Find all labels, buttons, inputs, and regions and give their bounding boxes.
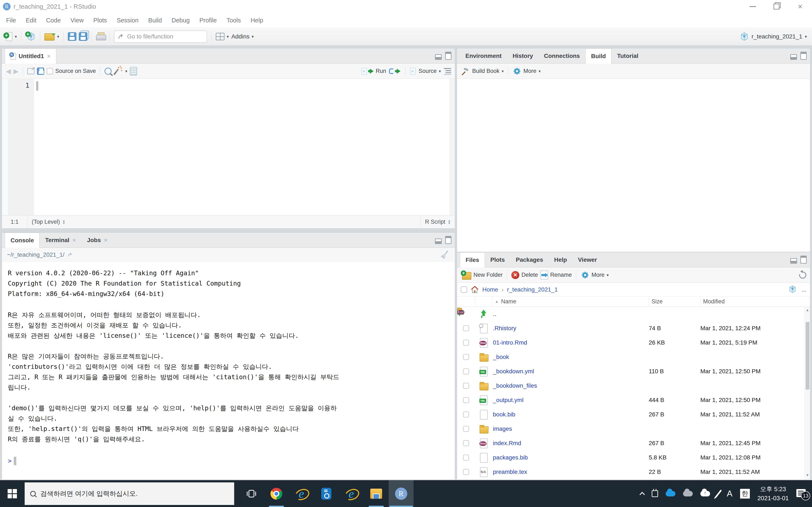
- source-button[interactable]: Source▾: [410, 68, 441, 74]
- file-name-link[interactable]: 01-intro.Rmd: [492, 339, 649, 346]
- build-more-button[interactable]: More ▾: [512, 67, 541, 76]
- compile-report-icon[interactable]: [130, 67, 137, 75]
- file-checkbox[interactable]: [463, 369, 469, 374]
- menu-item[interactable]: Build: [143, 17, 167, 24]
- tab-environment[interactable]: Environment: [460, 48, 507, 63]
- taskbar-internet-explorer-2[interactable]: e: [339, 480, 364, 507]
- file-name-link[interactable]: _bookdown_files: [492, 382, 649, 389]
- file-row[interactable]: preamble.tex 22 B Mar 1, 2021, 11:52 AM: [457, 465, 810, 479]
- tab-files[interactable]: Files: [460, 252, 485, 268]
- file-checkbox[interactable]: [463, 469, 469, 475]
- file-row[interactable]: .Rhistory 74 B Mar 1, 2021, 12:24 PM: [457, 321, 810, 335]
- menu-item[interactable]: Tools: [221, 17, 246, 24]
- menu-item[interactable]: Help: [246, 17, 268, 24]
- maximize-pane-icon[interactable]: [445, 52, 451, 60]
- scroll-down-icon[interactable]: ▼: [806, 472, 809, 479]
- pane-layout-button[interactable]: ▾: [216, 33, 229, 40]
- minimize-pane-icon[interactable]: [435, 238, 442, 244]
- maximize-pane-icon[interactable]: [800, 52, 807, 60]
- files-scrollbar[interactable]: ▲ ▼: [805, 307, 810, 480]
- breadcrumb-project[interactable]: r_teaching_2021_1: [507, 286, 558, 293]
- file-name-link[interactable]: preamble.tex: [492, 468, 649, 475]
- rename-button[interactable]: Rename: [541, 271, 572, 279]
- goto-file-function-input[interactable]: Go to file/function: [114, 31, 207, 43]
- breadcrumb-home[interactable]: Home: [483, 286, 498, 293]
- tab-build[interactable]: Build: [585, 48, 612, 64]
- new-file-button[interactable]: ▾: [3, 32, 17, 41]
- taskbar-file-explorer[interactable]: [364, 480, 389, 507]
- refresh-icon[interactable]: [798, 270, 808, 280]
- taskbar-internet-explorer[interactable]: e: [289, 480, 314, 507]
- ime-latin-indicator[interactable]: A: [727, 489, 732, 498]
- power-plug-icon[interactable]: [652, 490, 658, 497]
- tab-plots[interactable]: Plots: [485, 252, 510, 267]
- working-directory[interactable]: ~/r_teaching_2021_1/: [7, 251, 64, 258]
- scope-selector[interactable]: (Top Level)▲▼: [28, 219, 420, 225]
- hidden-icons-chevron[interactable]: [640, 492, 645, 497]
- menu-item[interactable]: File: [1, 17, 21, 24]
- file-name-link[interactable]: .Rhistory: [492, 325, 649, 332]
- menu-item[interactable]: Profile: [195, 17, 221, 24]
- tab-terminal[interactable]: Terminal×: [40, 233, 82, 247]
- document-outline-icon[interactable]: [444, 68, 451, 75]
- minimize-button[interactable]: [741, 0, 765, 13]
- menu-item[interactable]: Session: [112, 17, 143, 24]
- file-checkbox[interactable]: [463, 411, 469, 417]
- file-row[interactable]: book.bib 267 B Mar 1, 2021, 11:52 AM: [457, 407, 810, 421]
- minimize-pane-icon[interactable]: [435, 54, 442, 60]
- project-selector[interactable]: R r_teaching_2021_1 ▾: [740, 32, 807, 41]
- close-tab-icon[interactable]: ×: [72, 237, 76, 244]
- file-row[interactable]: _book: [457, 350, 810, 364]
- console-output[interactable]: R version 4.0.2 (2020-06-22) -- "Taking …: [2, 262, 455, 466]
- new-folder-button[interactable]: New Folder: [461, 270, 503, 280]
- file-checkbox[interactable]: [463, 440, 469, 446]
- file-name-link[interactable]: _book: [492, 354, 649, 360]
- file-row[interactable]: _bookdown_files: [457, 379, 810, 393]
- open-file-button[interactable]: ▾: [44, 32, 59, 41]
- save-button[interactable]: [68, 32, 77, 41]
- file-checkbox[interactable]: [463, 325, 469, 331]
- close-tab-icon[interactable]: ×: [104, 237, 108, 244]
- file-checkbox[interactable]: [463, 397, 469, 403]
- clear-console-icon[interactable]: [439, 248, 451, 261]
- tab-viewer[interactable]: Viewer: [572, 252, 602, 267]
- save-icon[interactable]: [37, 68, 44, 75]
- taskbar-hangul[interactable]: [314, 480, 339, 507]
- minimize-pane-icon[interactable]: [790, 54, 797, 60]
- onedrive-icon[interactable]: [666, 491, 675, 496]
- file-checkbox[interactable]: [463, 383, 469, 389]
- file-checkbox[interactable]: [463, 354, 469, 360]
- file-row[interactable]: index.Rmd 267 B Mar 1, 2021, 12:45 PM: [457, 436, 810, 450]
- menu-item[interactable]: Debug: [167, 17, 195, 24]
- tab-tutorial[interactable]: Tutorial: [612, 48, 644, 63]
- clock[interactable]: 오후 5:23 2021-03-01: [757, 485, 789, 502]
- column-header-modified[interactable]: Modified: [700, 297, 810, 306]
- restore-button[interactable]: [765, 0, 788, 13]
- tab-jobs[interactable]: Jobs×: [82, 233, 113, 247]
- find-replace-icon[interactable]: [104, 68, 112, 75]
- goto-directory-icon[interactable]: [67, 252, 73, 258]
- taskbar-chrome[interactable]: [264, 480, 289, 507]
- source-on-save-checkbox[interactable]: Source on Save: [47, 68, 96, 74]
- home-icon[interactable]: [470, 285, 479, 294]
- file-checkbox[interactable]: [463, 426, 469, 432]
- print-button[interactable]: [96, 32, 105, 41]
- menu-item[interactable]: Edit: [21, 17, 41, 24]
- rerun-button[interactable]: [389, 68, 401, 74]
- file-name-link[interactable]: index.Rmd: [492, 440, 649, 447]
- file-row[interactable]: images: [457, 421, 810, 436]
- console-input[interactable]: >: [8, 456, 451, 466]
- file-row[interactable]: ..: [457, 307, 810, 321]
- file-type-selector[interactable]: R Script▲▼: [421, 219, 455, 225]
- save-all-button[interactable]: [79, 32, 87, 41]
- file-row[interactable]: 01-intro.Rmd 26 KB Mar 1, 2021, 5:19 PM: [457, 335, 810, 350]
- breadcrumb-overflow[interactable]: ...: [801, 286, 806, 293]
- tab-untitled1[interactable]: Untitled1 ×: [5, 48, 56, 64]
- column-header-name[interactable]: ▲Name: [492, 297, 649, 306]
- cloud-upload-icon[interactable]: ↑: [700, 491, 710, 496]
- file-checkbox[interactable]: [463, 455, 469, 460]
- action-center-button[interactable]: 13: [796, 489, 807, 498]
- tab-help[interactable]: Help: [549, 252, 573, 267]
- task-view-button[interactable]: [239, 480, 264, 507]
- checkbox[interactable]: [47, 68, 53, 74]
